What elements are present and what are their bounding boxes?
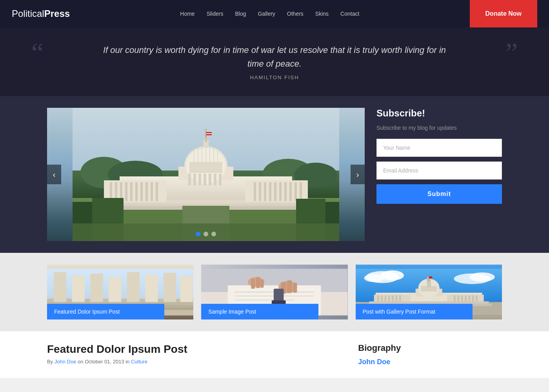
svg-rect-32 [300,182,302,201]
blog-main: Featured Dolor Ipsum Post By John Doe on… [47,343,334,366]
blog-category-link[interactable]: Culture [131,359,147,365]
svg-rect-19 [140,182,143,201]
nav-home[interactable]: Home [180,11,195,17]
blog-section: Featured Dolor Ipsum Post By John Doe on… [0,331,549,378]
post-card-1[interactable]: Featured Dolor Ipsum Post [47,265,193,319]
nav-sliders[interactable]: Sliders [207,11,224,17]
svg-rect-27 [274,182,276,201]
post-card-label-1: Featured Dolor Ipsum Post [47,304,164,319]
svg-point-47 [204,129,207,132]
svg-rect-96 [260,279,264,288]
svg-rect-55 [204,174,206,185]
svg-rect-36 [189,162,222,173]
blog-meta-date: on October 01, 2013 in [78,359,129,365]
svg-rect-58 [219,174,222,185]
posts-grid-section: Featured Dolor Ipsum Post [0,253,549,331]
site-logo: PoliticalPress [12,8,70,19]
nav-blog[interactable]: Blog [235,11,246,17]
svg-rect-126 [428,276,429,281]
submit-button[interactable]: Submit [376,184,502,204]
email-input[interactable] [376,162,502,180]
slider-dots [196,232,216,236]
svg-rect-56 [209,174,211,185]
main-nav: Home Sliders Blog Gallery Others Skins C… [180,11,359,17]
dot-3[interactable] [211,232,216,236]
svg-rect-30 [289,182,292,201]
svg-rect-48 [206,132,206,142]
svg-rect-88 [287,281,292,293]
donate-button[interactable]: Donate Now [470,0,537,27]
quote-text: If our country is worth dying for in tim… [98,43,451,71]
svg-point-100 [364,274,384,282]
svg-rect-29 [284,182,287,201]
quote-section: “ If our country is worth dying for in t… [0,27,549,96]
svg-point-102 [469,272,494,282]
blog-sidebar: Biography John Doe [358,343,502,366]
svg-rect-18 [135,182,138,201]
svg-rect-95 [256,277,260,288]
svg-rect-127 [429,276,432,278]
dot-1[interactable] [196,232,200,236]
svg-rect-17 [130,182,133,201]
svg-rect-25 [264,182,266,201]
main-area: ‹ › Subscribe! Subscribe to my blog for … [0,96,549,253]
logo-bold: Press [44,8,70,19]
subscribe-sidebar: Subscribe! Subscribe to my blog for upda… [376,108,502,204]
svg-rect-51 [206,134,212,135]
svg-point-99 [380,270,404,280]
svg-rect-53 [193,174,196,185]
biography-name-link[interactable]: John Doe [358,358,390,366]
name-input[interactable] [376,139,502,157]
post-card-3[interactable]: Post with Gallery Post Format [356,265,502,319]
quote-mark-left: “ [31,39,44,67]
svg-rect-24 [259,182,261,201]
nav-others[interactable]: Others [287,11,304,17]
svg-rect-26 [269,182,271,201]
subscribe-title: Subscribe! [376,108,502,119]
post-card-label-2: Sample Image Post [201,304,318,319]
svg-rect-21 [151,182,153,201]
biography-title: Biography [358,343,502,353]
posts-grid: Featured Dolor Ipsum Post [47,265,502,319]
nav-gallery[interactable]: Gallery [258,11,275,17]
svg-rect-22 [156,182,158,201]
svg-rect-94 [251,279,255,289]
blog-post-title: Featured Dolor Ipsum Post [47,343,334,356]
svg-rect-31 [294,182,297,201]
svg-rect-52 [188,174,191,185]
slider-image [47,108,365,241]
svg-rect-28 [279,182,282,201]
quote-author: HAMILTON FISH [47,74,502,80]
blog-author-link[interactable]: John Doe [55,359,76,365]
svg-rect-57 [214,174,216,185]
svg-rect-23 [254,182,256,201]
blog-meta-by: By [47,359,53,365]
logo-regular: Political [12,8,44,19]
dot-2[interactable] [204,232,208,236]
svg-rect-20 [145,182,148,201]
subscribe-description: Subscribe to my blog for updates [376,125,502,131]
slider-next-button[interactable]: › [351,165,365,184]
quote-mark-right: ” [505,39,518,67]
nav-skins[interactable]: Skins [315,11,329,17]
slider-prev-button[interactable]: ‹ [47,165,61,184]
svg-rect-54 [198,174,201,185]
svg-rect-89 [293,283,297,293]
slider: ‹ › [47,108,365,241]
nav-contact[interactable]: Contact [340,11,359,17]
capitol-svg [47,108,365,241]
blog-meta: By John Doe on October 01, 2013 in Cultu… [47,359,334,365]
site-header: PoliticalPress Home Sliders Blog Gallery… [0,0,549,27]
post-card-label-3: Post with Gallery Post Format [356,304,473,319]
svg-rect-16 [125,182,127,201]
post-card-2[interactable]: Sample Image Post [201,265,347,319]
